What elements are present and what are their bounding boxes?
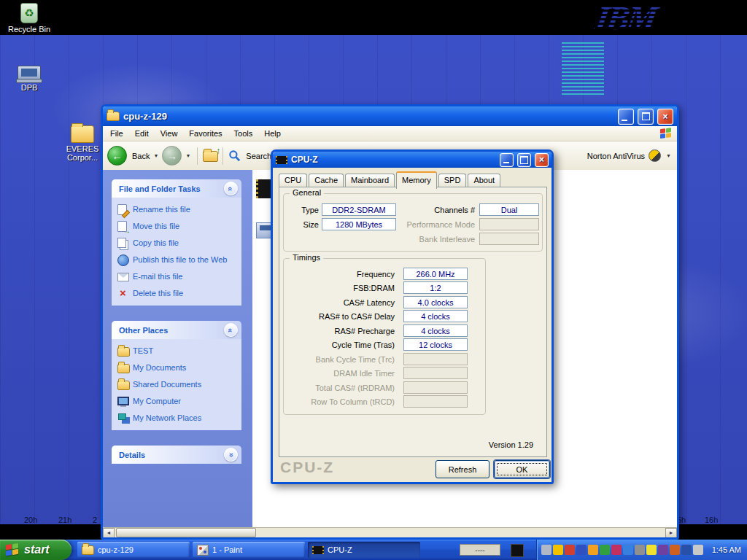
tab-cpu[interactable]: CPU [279, 174, 307, 187]
explorer-title-bar[interactable]: cpu-z-129 × [103, 106, 677, 126]
desktop-icon-recycle-bin[interactable]: ♻ Recycle Bin [6, 3, 53, 34]
close-button[interactable]: × [657, 109, 673, 125]
tab-mainboard[interactable]: Mainboard [345, 174, 395, 187]
desktop-icon-dpb[interactable]: DPB [6, 66, 53, 92]
tab-memory[interactable]: Memory [396, 171, 437, 189]
tray-icon[interactable] [693, 545, 703, 555]
everes-label: EVERES Corpor... [60, 144, 105, 162]
back-button-label[interactable]: Back [132, 152, 150, 160]
cycle-time-label: Cycle Time (Tras) [284, 341, 395, 350]
taskbar-task-cpu-z-129[interactable]: cpu-z-129 [77, 542, 190, 558]
minimize-button[interactable] [618, 109, 634, 125]
explorer-sidebar: File and Folder Tasks « Rename this file… [103, 170, 252, 528]
tab-about[interactable]: About [468, 174, 500, 187]
other-places-header[interactable]: Other Places « [112, 321, 241, 339]
file-tasks-header[interactable]: File and Folder Tasks « [112, 179, 241, 198]
up-button[interactable] [203, 151, 217, 161]
task-label: Copy this file [133, 238, 179, 248]
details-header[interactable]: Details « [112, 446, 241, 464]
taskbar-overflow-button[interactable]: ---- [460, 544, 500, 556]
cpuz-window-title: CPU-Z [291, 155, 318, 165]
back-dropdown-icon[interactable]: ▼ [153, 153, 158, 158]
total-cas-value [403, 381, 468, 394]
maximize-button[interactable] [517, 153, 531, 167]
tray-icon[interactable] [635, 545, 645, 555]
norton-antivirus-control[interactable]: Norton AntiVirus ▼ [587, 149, 673, 162]
ok-button[interactable]: OK [494, 460, 550, 478]
scroll-left-arrow[interactable]: ◄ [103, 528, 115, 538]
menu-favorites[interactable]: Favorites [183, 126, 228, 141]
close-button[interactable]: × [535, 153, 549, 167]
place-my-computer[interactable]: My Computer [117, 396, 236, 407]
menu-file[interactable]: File [104, 126, 129, 141]
cpuz-watermark: CPU-Z [280, 459, 334, 476]
place-shared-documents[interactable]: Shared Documents [117, 379, 236, 390]
place-test[interactable]: TEST [117, 346, 236, 357]
task-rename-this-file[interactable]: Rename this file [117, 204, 236, 215]
copy-icon [117, 238, 128, 249]
back-button[interactable]: ← [107, 146, 127, 166]
bank-interleave-value [479, 233, 539, 245]
taskbar-task-paint[interactable]: 1 - Paint [193, 542, 305, 558]
task-publish-to-web[interactable]: Publish this file to the Web [117, 254, 236, 265]
tray-icon[interactable] [681, 545, 692, 555]
expand-chevron-icon[interactable]: « [224, 448, 238, 462]
windows-flag-icon [6, 542, 20, 557]
tray-icon[interactable] [658, 545, 668, 555]
tray-icon[interactable] [600, 545, 610, 555]
forward-button[interactable]: → [162, 146, 182, 166]
globe-icon [117, 254, 128, 265]
tab-cache[interactable]: Cache [309, 174, 344, 187]
bank-cycle-time-label: Bank Cycle Time (Trc) [284, 355, 395, 365]
norton-dropdown-icon[interactable]: ▼ [666, 153, 671, 158]
task-copy-this-file[interactable]: Copy this file [117, 238, 236, 249]
search-button-label[interactable]: Search [246, 152, 271, 160]
menu-edit[interactable]: Edit [129, 126, 155, 141]
menu-view[interactable]: View [155, 126, 184, 141]
cpuz-client-area: CPU Cache Mainboard Memory SPD About Gen… [273, 168, 551, 482]
task-email-this-file[interactable]: E-mail this file [117, 271, 236, 282]
place-my-network-places[interactable]: My Network Places [117, 413, 236, 424]
network-icon [117, 413, 128, 424]
tray-icon[interactable] [553, 545, 563, 555]
collapse-chevron-icon[interactable]: « [224, 182, 238, 195]
tray-icon[interactable] [588, 545, 598, 555]
channels-label: Channels # [392, 206, 475, 215]
fsb-dram-label: FSB:DRAM [284, 284, 395, 293]
details-panel: Details « [112, 446, 241, 464]
start-button-label: start [24, 543, 50, 556]
maximize-button[interactable] [638, 109, 654, 125]
task-label: Publish this file to the Web [133, 255, 227, 265]
tray-icon[interactable] [623, 545, 633, 555]
search-icon[interactable] [228, 149, 241, 162]
collapse-chevron-icon[interactable]: « [224, 323, 238, 337]
task-delete-this-file[interactable]: Delete this file [117, 288, 236, 299]
menu-tools[interactable]: Tools [228, 126, 259, 141]
scrollbar-thumb[interactable] [116, 528, 256, 537]
taskbar-task-cpuz[interactable]: CPU-Z [308, 542, 420, 558]
dram-idle-timer-value [403, 367, 468, 379]
tray-icon[interactable] [646, 545, 657, 555]
tray-icon[interactable] [565, 545, 575, 555]
tab-spd[interactable]: SPD [438, 174, 467, 187]
tray-icon[interactable] [576, 545, 587, 555]
general-groupbox: General Type DDR2-SDRAM Size 1280 MBytes… [283, 193, 543, 252]
scroll-right-arrow[interactable]: ► [665, 528, 677, 538]
minimize-button[interactable] [500, 153, 514, 167]
refresh-button[interactable]: Refresh [436, 460, 489, 478]
computer-icon [117, 396, 128, 407]
task-move-this-file[interactable]: Move this file [117, 221, 236, 232]
forward-dropdown-icon[interactable]: ▼ [185, 153, 190, 158]
tray-icon[interactable] [670, 545, 680, 555]
tray-icon[interactable] [541, 545, 551, 555]
delete-icon [117, 288, 128, 299]
desktop-icon-everes[interactable]: EVERES Corpor... [60, 125, 105, 162]
cpu-chip-icon [276, 156, 287, 164]
start-button[interactable]: start [0, 540, 71, 560]
cpuz-title-bar[interactable]: CPU-Z × [273, 152, 551, 168]
menu-help[interactable]: Help [258, 126, 287, 141]
horizontal-scrollbar[interactable]: ◄ ► [103, 527, 677, 537]
tray-icon[interactable] [611, 545, 622, 555]
taskbar-app-icon[interactable] [511, 544, 524, 557]
place-my-documents[interactable]: My Documents [117, 362, 236, 373]
